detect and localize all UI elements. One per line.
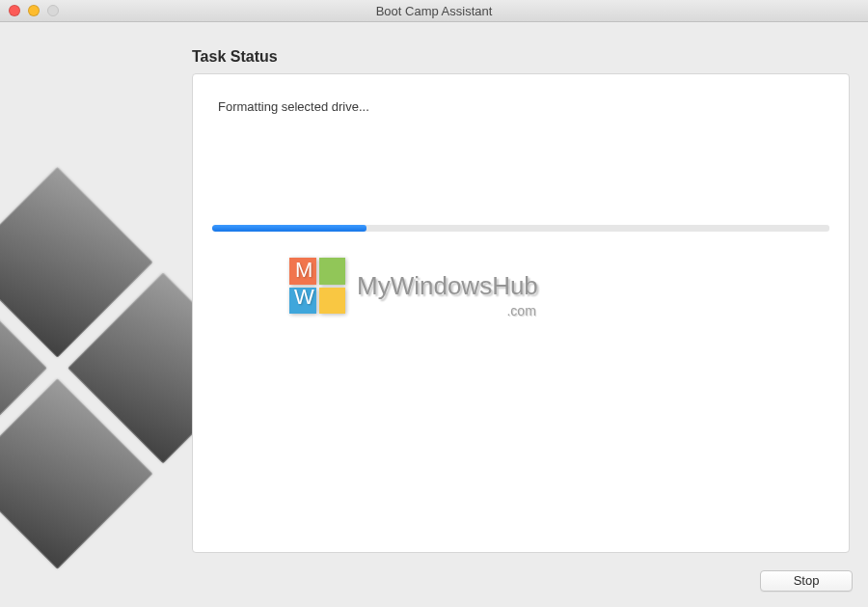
titlebar: Boot Camp Assistant [0,0,868,22]
page-title: Task Status [192,48,278,66]
progress-bar [212,225,829,232]
stop-button[interactable]: Stop [760,570,853,592]
status-text: Formatting selected drive... [218,99,369,114]
close-icon[interactable] [9,5,20,16]
zoom-icon [47,5,59,16]
progress-fill [212,225,366,232]
app-window: Boot Camp Assistant Task Status Formatti… [0,0,868,607]
content-panel: Formatting selected drive... [192,73,850,553]
minimize-icon[interactable] [28,5,40,16]
window-title: Boot Camp Assistant [0,4,868,18]
traffic-lights [0,5,59,16]
window-body: Task Status Formatting selected drive...… [0,22,868,607]
